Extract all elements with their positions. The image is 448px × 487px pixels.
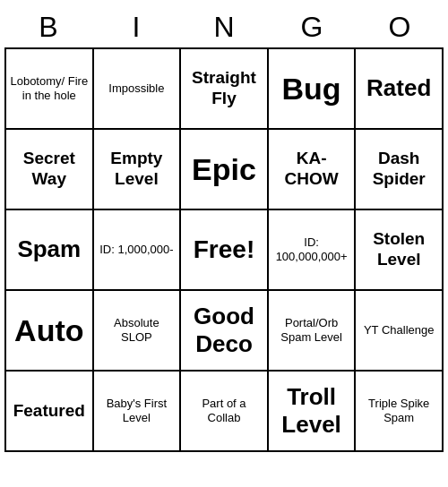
bingo-cell-18: Portal/Orb Spam Level [269,291,357,372]
bingo-cell-22: Part of a Collab [181,372,269,452]
bingo-cell-0: Lobotomy/ Fire in the hole [6,49,94,130]
bingo-cell-7: Epic [181,130,269,210]
bingo-cell-1: Impossible [94,49,182,130]
bingo-cell-16: Absolute SLOP [94,291,182,372]
bingo-cell-4: Rated [356,49,444,130]
bingo-cell-21: Baby's First Level [94,372,182,452]
bingo-cell-14: Stolen Level [356,210,444,291]
header-letter-b: B [4,7,92,47]
bingo-cell-11: ID: 1,000,000- [94,210,182,291]
bingo-cell-2: Straight Fly [181,49,269,130]
bingo-cell-9: Dash Spider [356,130,444,210]
header-row: BINGO [4,7,444,47]
bingo-cell-13: ID: 100,000,000+ [269,210,357,291]
header-letter-o: O [356,7,444,47]
header-letter-g: G [268,7,356,47]
bingo-cell-23: Troll Level [269,372,357,452]
bingo-card: BINGO Lobotomy/ Fire in the holeImpossib… [4,7,444,452]
bingo-cell-3: Bug [269,49,357,130]
bingo-cell-12: Free! [181,210,269,291]
header-letter-i: I [92,7,180,47]
bingo-cell-10: Spam [6,210,94,291]
bingo-grid: Lobotomy/ Fire in the holeImpossibleStra… [4,47,444,452]
bingo-cell-20: Featured [6,372,94,452]
bingo-cell-15: Auto [6,291,94,372]
header-letter-n: N [180,7,268,47]
bingo-cell-19: YT Challenge [356,291,444,372]
bingo-cell-5: Secret Way [6,130,94,210]
bingo-cell-17: Good Deco [181,291,269,372]
bingo-cell-6: Empty Level [94,130,182,210]
bingo-cell-8: KA-CHOW [269,130,357,210]
bingo-cell-24: Triple Spike Spam [356,372,444,452]
